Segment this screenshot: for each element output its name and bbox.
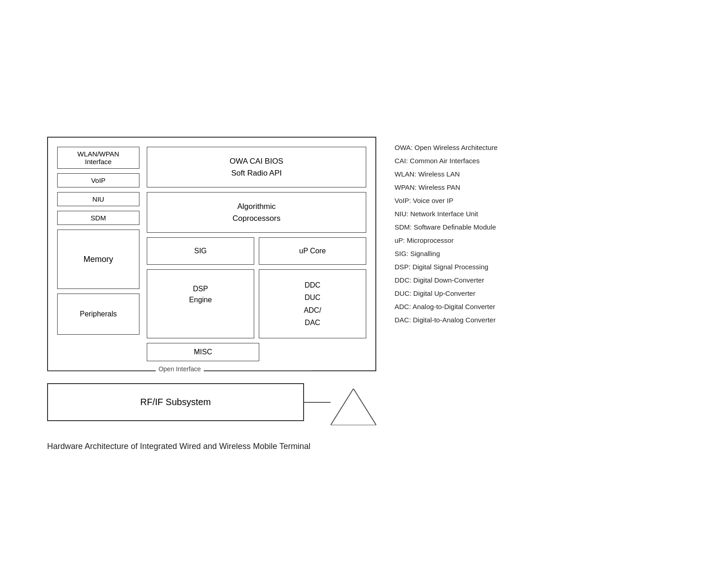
niu-box: NIU	[57, 192, 139, 206]
voip-box: VoIP	[57, 173, 139, 187]
ddc-label: DDC DUC ADC/ DAC	[304, 281, 321, 326]
caption: Hardware Architecture of Integrated Wire…	[47, 442, 376, 451]
sig-box: SIG	[147, 237, 254, 265]
legend-item: uP: Microprocessor	[395, 234, 669, 246]
legend-items: OWA: Open Wireless ArchitectureCAI: Comm…	[395, 141, 669, 326]
caption-text: Hardware Architecture of Integrated Wire…	[47, 442, 310, 451]
legend-item: NIU: Network Interface Unit	[395, 208, 669, 220]
dsp-box: DSP Engine	[147, 269, 254, 338]
antenna-triangle-svg	[331, 389, 376, 425]
left-diagram: WLAN/WPAN Interface VoIP NIU SDM Memory	[47, 137, 376, 451]
legend-item: DAC: Digital-to-Analog Converter	[395, 314, 669, 326]
left-col: WLAN/WPAN Interface VoIP NIU SDM Memory	[57, 147, 139, 361]
misc-label: MISC	[194, 348, 212, 356]
legend-item: SIG: Signalling	[395, 247, 669, 260]
rf-box: RF/IF Subsystem	[47, 383, 304, 421]
legend-item: DUC: Digital Up-Converter	[395, 287, 669, 299]
rf-outer: RF/IF Subsystem	[47, 380, 376, 425]
outer-box: WLAN/WPAN Interface VoIP NIU SDM Memory	[47, 137, 376, 371]
page-container: WLAN/WPAN Interface VoIP NIU SDM Memory	[38, 118, 678, 470]
wlan-box: WLAN/WPAN Interface	[57, 147, 139, 169]
misc-row: MISC	[147, 343, 366, 361]
open-interface-label: Open Interface	[156, 365, 204, 373]
sdm-label: SDM	[91, 214, 106, 222]
antenna-symbol	[331, 389, 376, 425]
open-interface-line: Open Interface	[47, 370, 312, 371]
legend-item: WLAN: Wireless LAN	[395, 168, 669, 180]
legend-item: ADC: Analog-to-Digital Converter	[395, 300, 669, 313]
diagram-area: WLAN/WPAN Interface VoIP NIU SDM Memory	[47, 137, 669, 451]
rf-connector-line	[304, 402, 331, 403]
legend-item: WPAN: Wireless PAN	[395, 181, 669, 193]
misc-box: MISC	[147, 343, 259, 361]
sdm-box: SDM	[57, 211, 139, 225]
rf-label: RF/IF Subsystem	[140, 397, 211, 407]
algo-box: Algorithmic Coprocessors	[147, 192, 366, 233]
svg-marker-0	[331, 389, 376, 425]
inner-layout: WLAN/WPAN Interface VoIP NIU SDM Memory	[57, 147, 366, 361]
up-core-label: uP Core	[299, 247, 326, 255]
legend-item: DDC: Digital Down-Converter	[395, 274, 669, 286]
up-core-box: uP Core	[259, 237, 366, 265]
owa-label: OWA CAI BIOS Soft Radio API	[230, 157, 283, 177]
row-three: DSP Engine DDC DUC ADC/ DAC	[147, 269, 366, 338]
legend-item: VoIP: Voice over IP	[395, 194, 669, 207]
owa-box: OWA CAI BIOS Soft Radio API	[147, 147, 366, 187]
legend-item: CAI: Common Air Interfaces	[395, 155, 669, 167]
niu-label: NIU	[92, 195, 104, 203]
ddc-spacer	[264, 343, 366, 361]
ddc-box: DDC DUC ADC/ DAC	[259, 269, 366, 338]
legend-item: OWA: Open Wireless Architecture	[395, 141, 669, 154]
row-two: SIG uP Core	[147, 237, 366, 265]
bottom-section: Open Interface RF/IF Subsystem	[47, 370, 376, 425]
open-if-container: Open Interface	[47, 370, 376, 380]
peripherals-label: Peripherals	[80, 310, 117, 318]
peripherals-box: Peripherals	[57, 294, 139, 335]
wlan-label: WLAN/WPAN Interface	[77, 150, 119, 166]
voip-label: VoIP	[91, 176, 106, 184]
legend-item: SDM: Software Definable Module	[395, 221, 669, 233]
dsp-label: DSP Engine	[189, 285, 212, 304]
algo-label: Algorithmic Coprocessors	[233, 202, 281, 223]
legend-area: OWA: Open Wireless ArchitectureCAI: Comm…	[395, 137, 669, 327]
memory-box: Memory	[57, 230, 139, 289]
legend-item: DSP: Digital Signal Processing	[395, 261, 669, 273]
sig-label: SIG	[194, 247, 207, 255]
memory-label: Memory	[83, 255, 113, 264]
right-col: OWA CAI BIOS Soft Radio API Algorithmic …	[147, 147, 366, 361]
